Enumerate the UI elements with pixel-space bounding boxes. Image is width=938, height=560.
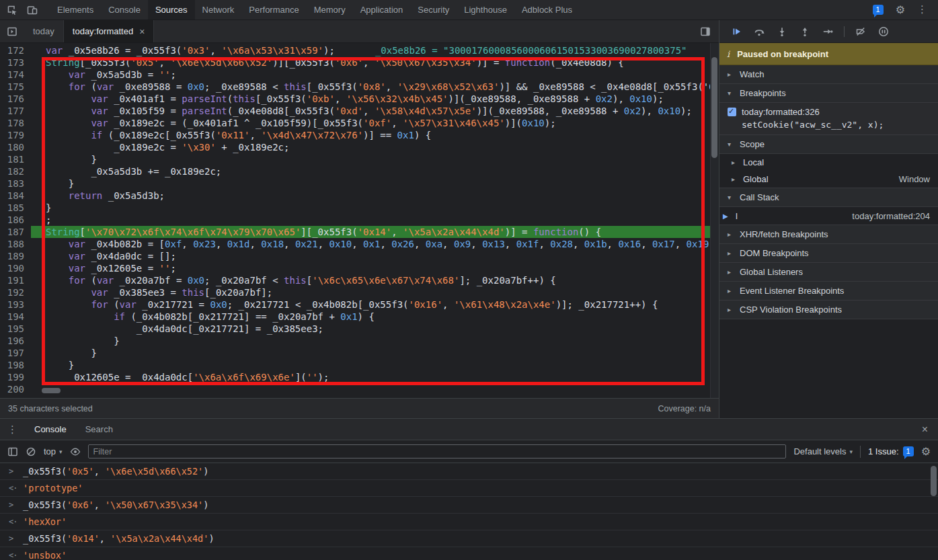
section-global-listeners[interactable]: Global Listeners bbox=[719, 263, 938, 282]
code-text[interactable]: } bbox=[31, 335, 710, 347]
console-scrollbar-thumb[interactable] bbox=[931, 466, 937, 496]
context-selector[interactable]: top bbox=[44, 446, 63, 456]
line-number[interactable]: 194 bbox=[0, 311, 31, 323]
tab-application[interactable]: Application bbox=[353, 0, 411, 19]
code-text[interactable]: var _0x4da0dc = []; bbox=[31, 250, 710, 262]
code-text[interactable]: for (var _0x20a7bf = 0x0; _0x20a7bf < th… bbox=[31, 274, 710, 286]
code-text[interactable]: var _0x105f59 = parseInt(_0x4e08d8[_0x55… bbox=[31, 105, 710, 117]
tab-search[interactable]: Search bbox=[76, 419, 122, 440]
file-tab-today[interactable]: today bbox=[24, 20, 64, 42]
step-out-icon[interactable] bbox=[795, 23, 815, 40]
line-number[interactable]: 198 bbox=[0, 359, 31, 371]
live-expression-eye-icon[interactable] bbox=[70, 446, 81, 457]
tab-security[interactable]: Security bbox=[410, 0, 457, 19]
clear-console-icon[interactable] bbox=[26, 446, 36, 457]
editor-horizontal-scrollbar-thumb[interactable] bbox=[42, 388, 61, 393]
line-number[interactable]: 180 bbox=[0, 141, 31, 153]
step-icon[interactable] bbox=[818, 23, 838, 40]
code-text[interactable]: _0x4da0dc[_0x217721] = _0x385ee3; bbox=[31, 323, 710, 335]
code-text[interactable]: _0x189e2c = '\x30' + _0x189e2c; bbox=[31, 141, 710, 153]
close-drawer-icon[interactable] bbox=[912, 424, 938, 436]
more-options-icon[interactable]: ⋮ bbox=[917, 5, 927, 15]
code-text[interactable]: ; bbox=[31, 214, 710, 226]
deactivate-breakpoints-icon[interactable] bbox=[851, 23, 871, 40]
section-watch[interactable]: Watch bbox=[719, 65, 938, 84]
console-sidebar-icon[interactable] bbox=[7, 446, 18, 457]
line-number[interactable]: 200 bbox=[0, 383, 31, 395]
code-text[interactable]: } bbox=[31, 202, 710, 214]
breakpoint-code[interactable]: setCookie("acw_sc__v2", x); bbox=[742, 120, 933, 130]
tab-console[interactable]: Console bbox=[101, 0, 148, 19]
line-number[interactable]: 185 bbox=[0, 202, 31, 214]
line-number[interactable]: 175 bbox=[0, 81, 31, 93]
code-text[interactable]: for (var _0x217721 = 0x0; _0x217721 < _0… bbox=[31, 298, 710, 311]
show-navigator-icon[interactable] bbox=[0, 20, 24, 42]
tab-network[interactable]: Network bbox=[195, 0, 242, 19]
code-text[interactable]: var _0x4b082b = [0xf, 0x23, 0x1d, 0x18, … bbox=[31, 238, 710, 250]
code-text[interactable]: if (_0x189e2c[_0x55f3('0x11', '\x4d\x47\… bbox=[31, 129, 710, 141]
line-number[interactable]: 191 bbox=[0, 274, 31, 286]
section-csp-violation-breakpoints[interactable]: CSP Violation Breakpoints bbox=[719, 301, 938, 319]
tab-memory[interactable]: Memory bbox=[307, 0, 353, 19]
scope-local[interactable]: Local bbox=[719, 154, 938, 171]
code-text[interactable]: var _0x385ee3 = this[_0x20a7bf]; bbox=[31, 286, 710, 298]
inspect-icon[interactable] bbox=[7, 5, 17, 15]
code-text[interactable]: return _0x5a5d3b; bbox=[31, 190, 710, 202]
code-text[interactable]: var _0x12605e = ''; bbox=[31, 262, 710, 274]
line-number[interactable]: 192 bbox=[0, 286, 31, 298]
call-stack-frame[interactable]: l today:formatted:204 bbox=[719, 207, 938, 225]
code-text[interactable]: String['\x70\x72\x6f\x74\x6f\x74\x79\x70… bbox=[31, 226, 710, 238]
line-number[interactable]: 177 bbox=[0, 105, 31, 117]
tab-sources[interactable]: Sources bbox=[148, 0, 195, 19]
issues-counter[interactable]: 1 Issue: 1 bbox=[868, 446, 914, 456]
line-number[interactable]: 197 bbox=[0, 347, 31, 359]
close-tab-icon[interactable]: × bbox=[139, 26, 145, 37]
section-xhr-breakpoints[interactable]: XHR/fetch Breakpoints bbox=[719, 225, 938, 244]
scrollbar-thumb[interactable] bbox=[711, 57, 717, 158]
line-number[interactable]: 173 bbox=[0, 56, 31, 69]
line-number[interactable]: 172 bbox=[0, 44, 31, 56]
code-text[interactable] bbox=[31, 383, 710, 395]
code-text[interactable]: } bbox=[31, 177, 710, 190]
scope-global[interactable]: Global Window bbox=[719, 171, 938, 188]
tab-console[interactable]: Console bbox=[25, 419, 76, 440]
line-number[interactable]: 182 bbox=[0, 165, 31, 177]
log-levels-dropdown[interactable]: Default levels bbox=[793, 446, 853, 456]
line-number[interactable]: 189 bbox=[0, 250, 31, 262]
code-text[interactable]: } bbox=[31, 153, 710, 165]
tab-elements[interactable]: Elements bbox=[50, 0, 101, 19]
resume-script-icon[interactable] bbox=[726, 23, 746, 40]
step-into-icon[interactable] bbox=[772, 23, 792, 40]
code-text[interactable]: for (var _0xe89588 = 0x0; _0xe89588 < th… bbox=[31, 81, 710, 93]
code-text[interactable]: var _0x5e8b26 = _0x55f3('0x3', '\x6a\x53… bbox=[31, 44, 710, 56]
console-messages-badge[interactable]: 1 bbox=[873, 5, 884, 15]
file-tab-today-formatted[interactable]: today:formatted × bbox=[64, 20, 155, 42]
code-text[interactable]: } bbox=[31, 359, 710, 371]
line-number[interactable]: 195 bbox=[0, 323, 31, 335]
breakpoint-entry[interactable]: today:formatted:326 setCookie("acw_sc__v… bbox=[719, 103, 938, 135]
code-text[interactable]: String[_0x55f3('0x5', '\x6e\x5d\x66\x52'… bbox=[31, 56, 710, 69]
section-call-stack[interactable]: Call Stack bbox=[719, 188, 938, 207]
line-number[interactable]: 199 bbox=[0, 371, 31, 383]
line-number[interactable]: 190 bbox=[0, 262, 31, 274]
panel-layout-icon[interactable] bbox=[692, 20, 719, 42]
console-settings-icon[interactable]: ⚙ bbox=[921, 446, 931, 457]
settings-gear-icon[interactable]: ⚙ bbox=[896, 5, 905, 15]
code-text[interactable]: if (_0x4b082b[_0x217721] == _0x20a7bf + … bbox=[31, 311, 710, 323]
line-number[interactable]: 187 bbox=[0, 226, 31, 238]
code-editor[interactable]: 172var _0x5e8b26 = _0x55f3('0x3', '\x6a\… bbox=[0, 43, 719, 398]
filter-input[interactable] bbox=[88, 444, 787, 458]
code-text[interactable]: } bbox=[31, 347, 710, 359]
section-breakpoints[interactable]: Breakpoints bbox=[719, 84, 938, 103]
section-scope[interactable]: Scope bbox=[719, 135, 938, 154]
section-event-listener-breakpoints[interactable]: Event Listener Breakpoints bbox=[719, 282, 938, 301]
line-number[interactable]: 178 bbox=[0, 117, 31, 129]
line-number[interactable]: 181 bbox=[0, 153, 31, 165]
line-number[interactable]: 184 bbox=[0, 190, 31, 202]
code-text[interactable]: _0x12605e = _0x4da0dc['\x6a\x6f\x69\x6e'… bbox=[31, 371, 710, 383]
code-text[interactable]: _0x5a5d3b += _0x189e2c; bbox=[31, 165, 710, 177]
line-number[interactable]: 186 bbox=[0, 214, 31, 226]
line-number[interactable]: 183 bbox=[0, 177, 31, 190]
tab-lighthouse[interactable]: Lighthouse bbox=[457, 0, 514, 19]
section-dom-breakpoints[interactable]: DOM Breakpoints bbox=[719, 244, 938, 263]
